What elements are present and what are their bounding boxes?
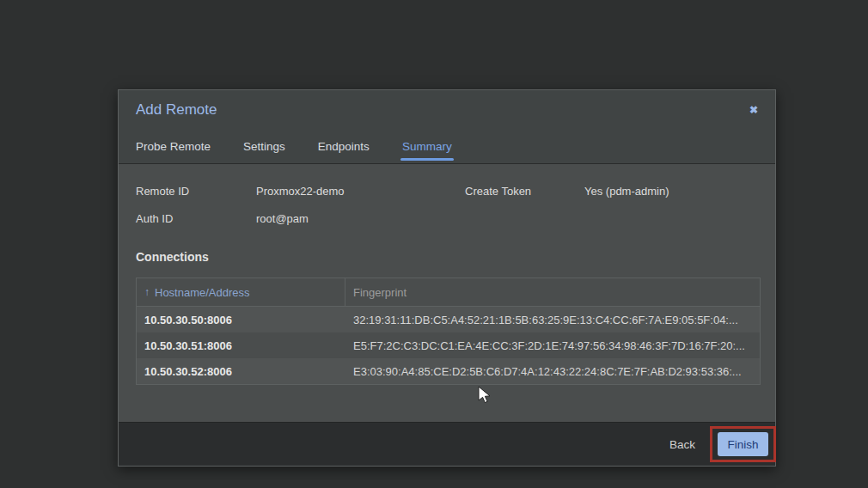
table-row[interactable]: 10.50.30.52:8006 E3:03:90:A4:85:CE:D2:5B… — [137, 358, 760, 384]
dialog-body: Remote ID Proxmox22-demo Create Token Ye… — [119, 164, 775, 422]
column-header-fingerprint[interactable]: Fingerprint — [345, 278, 760, 306]
column-header-fingerprint-label: Fingerprint — [353, 286, 406, 299]
finish-button-annotation: Finish — [710, 426, 776, 462]
hostname-cell: 10.50.30.50:8006 — [137, 314, 345, 326]
tab-probe-remote[interactable]: Probe Remote — [136, 130, 211, 163]
remote-id-label: Remote ID — [136, 185, 256, 198]
dialog-title: Add Remote — [136, 101, 746, 119]
auth-id-value: root@pam — [256, 212, 465, 225]
connections-table-header: ↑ Hostname/Address Fingerprint — [137, 278, 760, 307]
create-token-value: Yes (pdm-admin) — [584, 185, 759, 198]
fingerprint-cell: 32:19:31:11:DB:C5:A4:52:21:1B:5B:63:25:9… — [345, 314, 760, 326]
tab-bar: Probe Remote Settings Endpoints Summary — [119, 130, 775, 164]
table-row[interactable]: 10.50.30.50:8006 32:19:31:11:DB:C5:A4:52… — [137, 307, 760, 332]
remote-id-value: Proxmox22-demo — [256, 185, 465, 198]
fingerprint-cell: E5:F7:2C:C3:DC:C1:EA:4E:CC:3F:2D:1E:74:9… — [345, 339, 760, 352]
dialog-header: Add Remote ✖ — [119, 90, 775, 130]
create-token-label: Create Token — [465, 185, 584, 198]
column-header-hostname[interactable]: ↑ Hostname/Address — [137, 278, 345, 306]
column-header-hostname-label: Hostname/Address — [155, 286, 250, 299]
auth-id-label: Auth ID — [136, 212, 256, 225]
dialog-footer: Back Finish — [119, 422, 775, 466]
table-row[interactable]: 10.50.30.51:8006 E5:F7:2C:C3:DC:C1:EA:4E… — [137, 332, 760, 358]
close-icon[interactable]: ✖ — [746, 101, 761, 119]
fingerprint-cell: E3:03:90:A4:85:CE:D2:5B:C6:D7:4A:12:43:2… — [345, 365, 760, 378]
summary-fields: Remote ID Proxmox22-demo Create Token Ye… — [136, 185, 759, 225]
tab-endpoints[interactable]: Endpoints — [318, 130, 370, 163]
hostname-cell: 10.50.30.51:8006 — [137, 339, 345, 352]
add-remote-dialog: Add Remote ✖ Probe Remote Settings Endpo… — [118, 89, 776, 467]
connections-table: ↑ Hostname/Address Fingerprint 10.50.30.… — [136, 278, 761, 385]
connections-heading: Connections — [136, 250, 759, 264]
sort-ascending-icon: ↑ — [144, 286, 150, 298]
hostname-cell: 10.50.30.52:8006 — [137, 365, 345, 378]
tab-settings[interactable]: Settings — [243, 130, 285, 163]
back-button[interactable]: Back — [661, 433, 704, 456]
finish-button[interactable]: Finish — [718, 432, 768, 456]
tab-summary[interactable]: Summary — [402, 130, 452, 163]
